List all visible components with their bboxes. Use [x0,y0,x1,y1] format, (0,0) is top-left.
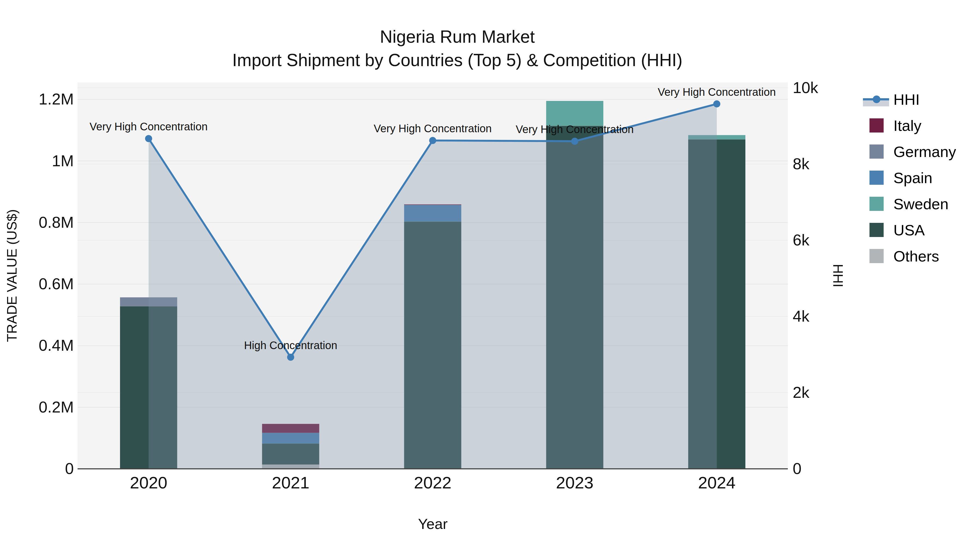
legend-swatch-italy [863,113,890,138]
left-tick-label: 1M [52,152,74,170]
legend-label: Spain [893,169,932,187]
x-tick-label-2020: 2020 [130,473,167,492]
legend-color-swatch [869,118,884,132]
x-tick-label-2022: 2022 [414,473,452,492]
hhi-marker-icon [873,95,880,103]
legend: HHIItalyGermanySpainSwedenUSAOthers [863,86,956,269]
legend-color-swatch [869,223,884,237]
hhi-marker-2020[interactable] [145,135,152,142]
legend-color-swatch [869,171,884,185]
left-tick-label: 1.2M [39,90,74,108]
figure: Very High ConcentrationHigh Concentratio… [0,0,980,551]
chart-title-line-1: Nigeria Rum Market [0,27,915,47]
annotation-2024: Very High Concentration [658,86,776,98]
bar-sweden-2023[interactable] [546,101,603,126]
legend-label: Germany [893,143,956,160]
x-tick-label-2024: 2024 [698,473,735,492]
legend-item-spain[interactable]: Spain [863,165,956,191]
right-tick-label: 4k [793,307,810,325]
legend-swatch-sweden [863,191,890,217]
chart-title-line-2: Import Shipment by Countries (Top 5) & C… [0,50,915,70]
legend-item-germany[interactable]: Germany [863,138,956,165]
right-tick-label: 6k [793,231,810,249]
annotation-2022: Very High Concentration [374,122,492,134]
right-axis-title: HHI [830,264,846,287]
left-tick-label: 0 [65,460,74,477]
hhi-marker-2021[interactable] [287,354,294,361]
legend-label: Sweden [893,195,948,213]
hhi-marker-2023[interactable] [571,138,578,145]
right-tick-label: 10k [793,79,819,96]
annotation-2023: Very High Concentration [516,123,634,135]
legend-label: Italy [893,117,921,134]
annotation-2020: Very High Concentration [89,121,208,132]
legend-item-italy[interactable]: Italy [863,113,956,138]
left-tick-label: 0.8M [39,213,74,231]
hhi-marker-2022[interactable] [429,137,436,144]
right-tick-label: 8k [793,155,810,173]
legend-color-swatch [869,144,884,159]
x-tick-label-2021: 2021 [272,473,310,492]
legend-item-sweden[interactable]: Sweden [863,191,956,217]
legend-label: HHI [893,91,920,108]
legend-item-others[interactable]: Others [863,243,956,269]
legend-color-swatch [869,197,884,211]
legend-item-usa[interactable]: USA [863,217,956,243]
x-tick-label-2023: 2023 [556,473,593,492]
legend-swatch-others [863,243,890,269]
left-tick-label: 0.4M [39,336,74,354]
hhi-marker-2024[interactable] [713,100,720,108]
legend-swatch-germany [863,138,890,165]
left-tick-label: 0.6M [39,275,74,292]
right-tick-label: 2k [793,383,810,401]
legend-item-hhi[interactable]: HHI [863,86,956,113]
legend-label: USA [893,221,925,239]
left-tick-label: 0.2M [39,398,74,416]
legend-swatch-usa [863,217,890,243]
legend-swatch-hhi [863,86,890,113]
legend-label: Others [893,247,939,265]
annotation-2021: High Concentration [244,339,337,351]
x-axis-title: Year [418,515,447,532]
legend-swatch-spain [863,165,890,191]
legend-color-swatch [869,249,884,263]
right-tick-label: 0 [793,460,802,477]
left-axis-title: TRADE VALUE (US$) [4,209,20,342]
